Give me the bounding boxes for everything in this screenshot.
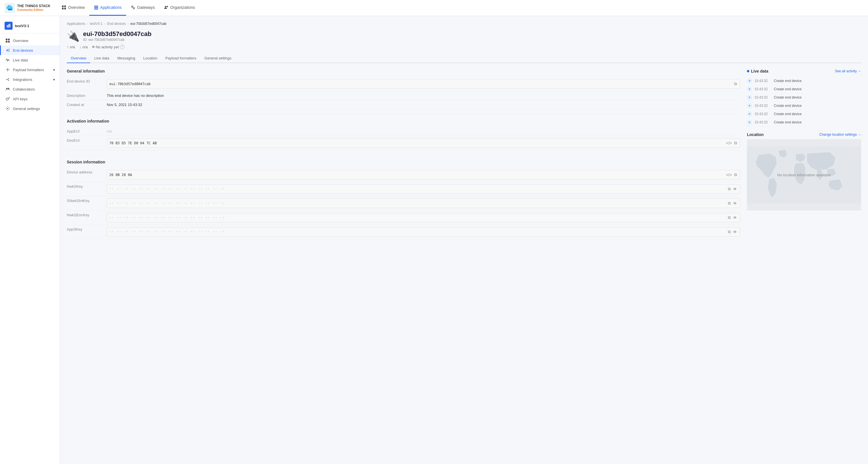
nwksenckey-box: ·· ·· ·· ·· ·· ·· ·· ·· ·· ·· ·· ·· ·· ·… (107, 213, 740, 222)
device-address-code-button[interactable]: </> (725, 172, 733, 178)
nav-applications[interactable]: Applications (89, 0, 126, 16)
svg-point-29 (6, 98, 8, 100)
nav-overview[interactable]: Overview (57, 0, 89, 16)
breadcrumb-testv3[interactable]: testV3-1 (90, 22, 103, 26)
copy-nwksenckey-button[interactable]: ⧉ (727, 214, 731, 221)
see-all-activity-link[interactable]: See all activity → (835, 69, 861, 73)
info-row-snwksintkey: SNwkSIntKey ·· ·· ·· ·· ·· ·· ·· ·· ·· ·… (67, 196, 740, 210)
svg-rect-6 (94, 7, 98, 8)
tab-live-data[interactable]: Live data (90, 54, 113, 63)
sidebar-item-payload-formatters[interactable]: Payload formatters ▾ (0, 65, 60, 75)
nwksenckey-label: NwkSEncKey (67, 213, 107, 217)
sidebar-item-general-settings[interactable]: General settings (0, 104, 60, 113)
general-info-title: General information (67, 69, 740, 74)
sidebar-app-header: testV3-1 (0, 20, 60, 33)
sidebar-item-live-data[interactable]: Live data (0, 55, 60, 65)
sidebar: testV3-1 Overview End devices Live data … (0, 16, 60, 464)
svg-point-18 (6, 50, 7, 51)
sidebar-item-collaborators[interactable]: Collaborators (0, 84, 60, 94)
toggle-nwkskey-button[interactable]: 👁 (733, 186, 738, 192)
tab-general-settings[interactable]: General settings (200, 54, 236, 63)
live-event-time-5: 15:43:32 (754, 120, 772, 124)
toggle-appskey-button[interactable]: 👁 (733, 229, 738, 235)
copy-nwkskey-button[interactable]: ⧉ (727, 186, 731, 192)
activation-info-title: Activation information (67, 119, 740, 123)
sidebar-item-api-keys[interactable]: API keys (0, 94, 60, 104)
breadcrumb-end-devices[interactable]: End devices (107, 22, 126, 26)
live-event-icon-3: + (747, 103, 752, 108)
svg-point-20 (7, 69, 8, 70)
map-container: No location information available (747, 139, 861, 210)
right-panel: Live data See all activity → + 15:43:32 … (747, 69, 861, 239)
live-event-time-2: 15:43:32 (754, 95, 772, 99)
organizations-nav-icon (164, 5, 169, 10)
appeui-label: AppEUI (67, 129, 107, 134)
nav-gateways[interactable]: Gateways (126, 0, 159, 16)
copy-device-address-button[interactable]: ⧉ (734, 172, 738, 178)
breadcrumb-applications[interactable]: Applications (67, 22, 85, 26)
device-header: 🔌 eui-70b3d57ed0047cab ID: eui-70b3d57ed… (67, 30, 861, 42)
copy-device-id-button[interactable]: ⧉ (734, 81, 738, 87)
live-event-0: + 15:43:32 Create end device (747, 77, 861, 85)
device-address-box: 26 0B 28 0A </> ⧉ (107, 170, 740, 179)
live-event-label-0: Create end device (774, 79, 802, 83)
tab-location[interactable]: Location (139, 54, 161, 63)
copy-appskey-button[interactable]: ⧉ (727, 229, 731, 235)
appeui-value: n/a (107, 129, 740, 134)
live-event-icon-4: + (747, 111, 752, 117)
stat-down: ↓ n/a (80, 45, 88, 49)
description-value: This end device has no description (107, 93, 740, 98)
info-row-end-device-id: End device ID eui-70b3d57ed0047cab ⧉ (67, 77, 740, 91)
sidebar-item-end-devices[interactable]: End devices (0, 46, 60, 55)
live-event-label-3: Create end device (774, 104, 802, 108)
help-icon[interactable]: ? (120, 45, 124, 49)
live-event-label-1: Create end device (774, 87, 802, 91)
svg-point-10 (166, 6, 168, 7)
info-row-appeui: AppEUI n/a (67, 127, 740, 136)
live-event-1: + 15:43:32 Create end device (747, 85, 861, 93)
sidebar-item-integrations[interactable]: Integrations ▾ (0, 75, 60, 84)
copy-deveui-button[interactable]: ⧉ (734, 140, 738, 146)
live-data-icon (5, 58, 10, 62)
location-title: Location (747, 132, 764, 137)
activity-dot (92, 46, 94, 48)
device-stats: ↑ n/a ↓ n/a No activity yet ? (67, 45, 861, 49)
info-row-nwkskey: NwkSKey ·· ·· ·· ·· ·· ·· ·· ·· ·· ·· ··… (67, 182, 740, 196)
live-indicator-dot (747, 70, 749, 72)
tab-overview[interactable]: Overview (67, 54, 90, 63)
svg-point-32 (7, 108, 8, 109)
appskey-label: AppSKey (67, 227, 107, 231)
info-panels: General information End device ID eui-70… (67, 69, 740, 239)
payload-formatters-icon (5, 67, 10, 72)
integrations-chevron: ▾ (53, 78, 55, 82)
brand-title: THE THINGS STACK (17, 4, 50, 8)
collaborators-icon (5, 87, 10, 91)
gateways-nav-icon (131, 5, 135, 10)
end-devices-icon (5, 48, 10, 53)
change-location-link[interactable]: Change location settings → (819, 133, 861, 137)
live-event-time-1: 15:43:32 (754, 87, 772, 91)
toggle-snwksintkey-button[interactable]: 👁 (733, 200, 738, 206)
toggle-nwksenckey-button[interactable]: 👁 (733, 214, 738, 221)
live-event-label-4: Create end device (774, 112, 802, 116)
device-id-label: ID: eui-70b3d57ed0047cab (83, 38, 152, 42)
created-at-value: Nov 5, 2021 15:43:32 (107, 103, 740, 107)
tab-messaging[interactable]: Messaging (113, 54, 139, 63)
svg-rect-2 (64, 5, 66, 7)
integrations-icon (5, 77, 10, 82)
tab-payload-formatters[interactable]: Payload formatters (161, 54, 200, 63)
svg-point-27 (6, 88, 8, 89)
svg-rect-1 (62, 5, 64, 7)
svg-rect-15 (8, 38, 10, 40)
nav-organizations[interactable]: Organizations (160, 0, 199, 16)
info-row-created-at: Created at Nov 5, 2021 15:43:32 (67, 100, 740, 110)
logo: THE THINGS STACK Community Edition (5, 3, 50, 13)
sidebar-item-overview[interactable]: Overview (0, 36, 60, 46)
applications-nav-icon (94, 5, 98, 10)
svg-point-8 (132, 7, 133, 8)
live-event-icon-2: + (747, 95, 752, 100)
stat-up: ↑ n/a (67, 45, 75, 49)
deveui-code-button[interactable]: </> (725, 140, 733, 146)
copy-snwksintkey-button[interactable]: ⧉ (727, 200, 731, 206)
device-icon: 🔌 (67, 30, 80, 42)
